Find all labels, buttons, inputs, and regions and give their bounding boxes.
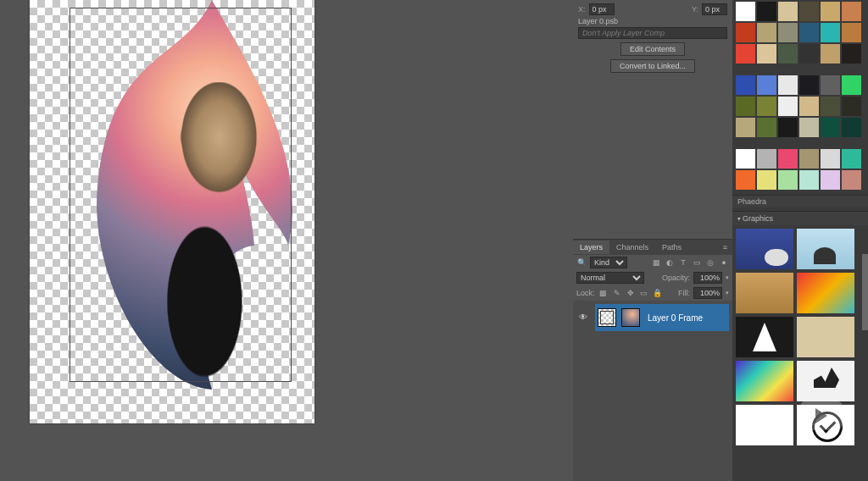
- swatch[interactable]: [842, 44, 861, 64]
- filter-adjust-icon[interactable]: ◐: [665, 258, 675, 267]
- panel-menu-icon[interactable]: ≡: [718, 243, 732, 252]
- swatch[interactable]: [799, 170, 819, 190]
- swatch[interactable]: [821, 75, 840, 95]
- swatch[interactable]: [736, 170, 755, 190]
- swatch[interactable]: [778, 170, 798, 190]
- swatch[interactable]: [799, 44, 819, 64]
- swatch[interactable]: [778, 75, 798, 95]
- layer-comp-dropdown[interactable]: Don't Apply Layer Comp: [578, 27, 727, 39]
- lock-artboard-icon[interactable]: ▭: [639, 289, 649, 297]
- layer-name[interactable]: Layer 0 Frame: [648, 313, 703, 323]
- swatch[interactable]: [736, 44, 755, 64]
- swatch[interactable]: [842, 97, 861, 116]
- filter-smart-icon[interactable]: ◎: [705, 258, 715, 267]
- video-play-overlay-icon[interactable]: [800, 401, 843, 430]
- graphic-thumb[interactable]: [797, 317, 854, 357]
- graphic-thumb[interactable]: [797, 229, 854, 269]
- swatch[interactable]: [778, 118, 798, 137]
- swatch[interactable]: [799, 23, 819, 42]
- swatch[interactable]: [778, 97, 798, 116]
- blend-mode-select[interactable]: Normal: [576, 272, 644, 284]
- tab-layers[interactable]: Layers: [573, 240, 609, 254]
- swatch[interactable]: [778, 23, 798, 42]
- swatch[interactable]: [736, 2, 755, 21]
- swatch[interactable]: [821, 97, 840, 116]
- swatch[interactable]: [821, 2, 840, 21]
- swatch[interactable]: [736, 97, 755, 116]
- swatch[interactable]: [778, 2, 798, 21]
- lock-all-icon[interactable]: 🔒: [653, 289, 663, 297]
- fill-dropdown-icon[interactable]: ▾: [726, 290, 729, 296]
- visibility-toggle[interactable]: 👁: [576, 304, 590, 331]
- filter-pixel-icon[interactable]: ▦: [651, 258, 661, 267]
- graphic-thumb[interactable]: [736, 229, 793, 269]
- swatch[interactable]: [821, 149, 840, 169]
- graphic-thumb[interactable]: [797, 361, 854, 401]
- filter-toggle-icon[interactable]: ●: [719, 258, 729, 267]
- swatch[interactable]: [842, 75, 861, 95]
- lock-position-icon[interactable]: ✥: [626, 289, 636, 297]
- graphic-thumb[interactable]: [736, 273, 793, 313]
- swatch-group-label[interactable]: Phaedra: [732, 195, 868, 207]
- frame-thumbnail[interactable]: [598, 308, 616, 327]
- graphics-header[interactable]: Graphics: [732, 211, 868, 225]
- swatch[interactable]: [757, 44, 776, 64]
- swatch[interactable]: [842, 170, 861, 190]
- swatch[interactable]: [821, 170, 840, 190]
- filter-type-icon[interactable]: T: [678, 258, 688, 267]
- swatch[interactable]: [736, 149, 755, 169]
- layers-list[interactable]: 👁 Layer 0 Frame: [573, 301, 732, 481]
- graphic-thumb[interactable]: [736, 317, 793, 357]
- swatch[interactable]: [757, 23, 776, 42]
- libraries-scrollbar[interactable]: [862, 254, 868, 474]
- fill-input[interactable]: [693, 287, 722, 299]
- swatch[interactable]: [736, 75, 755, 95]
- graphic-thumb[interactable]: [797, 273, 854, 313]
- frame-selection[interactable]: [70, 8, 292, 382]
- tab-paths[interactable]: Paths: [655, 240, 688, 254]
- swatch[interactable]: [799, 97, 819, 116]
- swatch[interactable]: [799, 2, 819, 21]
- swatch[interactable]: [778, 44, 798, 64]
- edit-contents-button[interactable]: Edit Contents: [620, 42, 685, 56]
- swatch[interactable]: [757, 118, 776, 137]
- content-thumbnail[interactable]: [621, 308, 640, 327]
- filter-shape-icon[interactable]: ▭: [692, 258, 702, 267]
- opacity-dropdown-icon[interactable]: ▾: [726, 274, 729, 281]
- swatch[interactable]: [736, 23, 755, 42]
- swatch[interactable]: [757, 149, 776, 169]
- swatch[interactable]: [799, 118, 819, 137]
- layer-row[interactable]: Layer 0 Frame: [595, 304, 729, 331]
- swatch[interactable]: [778, 149, 798, 169]
- lock-transparency-icon[interactable]: ▩: [598, 289, 609, 297]
- panel-gap: [541, 0, 573, 481]
- canvas-area[interactable]: [0, 0, 541, 481]
- x-input[interactable]: [589, 3, 615, 15]
- scrollbar-thumb[interactable]: [862, 254, 868, 330]
- swatch[interactable]: [757, 97, 776, 116]
- swatch[interactable]: [842, 2, 861, 21]
- swatch[interactable]: [821, 44, 840, 64]
- swatch[interactable]: [842, 149, 861, 169]
- swatch[interactable]: [757, 75, 776, 95]
- filter-kind-select[interactable]: Kind: [590, 257, 627, 268]
- document[interactable]: [30, 0, 314, 423]
- opacity-label: Opacity:: [662, 274, 690, 282]
- x-label: X:: [578, 5, 586, 14]
- swatch[interactable]: [842, 118, 861, 137]
- convert-to-linked-button[interactable]: Convert to Linked...: [610, 59, 695, 73]
- graphic-thumb[interactable]: [736, 405, 793, 445]
- tab-channels[interactable]: Channels: [609, 240, 655, 254]
- swatch[interactable]: [757, 170, 776, 190]
- swatch[interactable]: [821, 118, 840, 137]
- swatch[interactable]: [757, 2, 776, 21]
- opacity-input[interactable]: [693, 272, 722, 284]
- swatch[interactable]: [799, 75, 819, 95]
- lock-brush-icon[interactable]: ✎: [612, 289, 622, 297]
- graphic-thumb[interactable]: [736, 361, 793, 401]
- swatch[interactable]: [842, 23, 861, 42]
- swatch[interactable]: [799, 149, 819, 169]
- y-input[interactable]: [702, 3, 727, 15]
- swatch[interactable]: [821, 23, 840, 42]
- swatch[interactable]: [736, 118, 755, 137]
